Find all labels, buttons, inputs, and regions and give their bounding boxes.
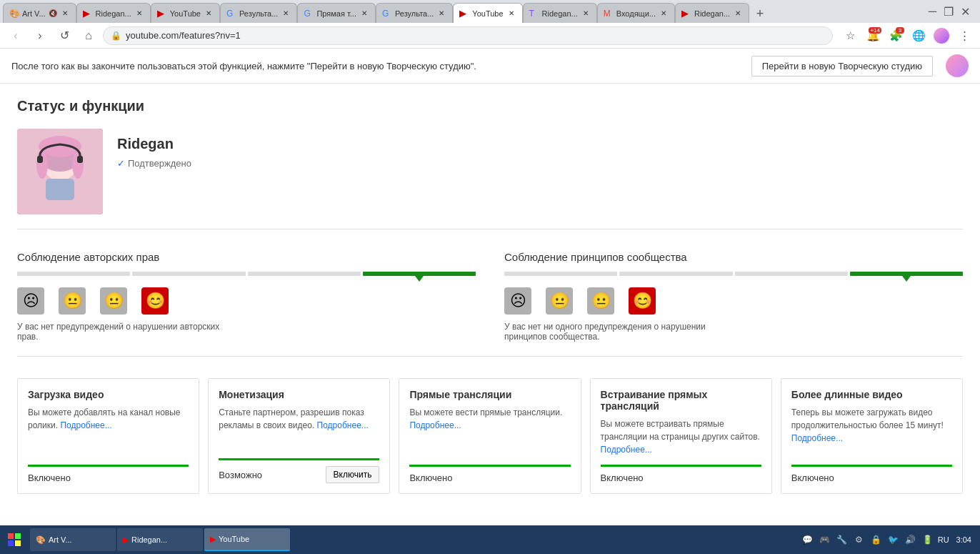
verified-label: Подтверждено — [128, 158, 191, 169]
copyright-section: Соблюдение авторских прав ☹ 😐 � — [17, 251, 476, 342]
channel-name: Ridegan — [117, 136, 191, 152]
tab-favicon: M — [604, 9, 614, 19]
channel-profile: Ridegan ✓ Подтверждено — [17, 129, 963, 229]
svg-rect-6 — [46, 179, 74, 200]
window-controls: ─ ❐ ✕ — [926, 2, 973, 21]
forward-button[interactable]: › — [30, 26, 50, 46]
tab-close[interactable]: ✕ — [436, 9, 446, 19]
tab-title: YouTube — [472, 9, 503, 18]
tab-tab4[interactable]: G Результа... ✕ — [220, 3, 297, 23]
comm-prog-seg-2 — [619, 272, 732, 276]
tab-tab8[interactable]: T Ridegan... ✕ — [523, 3, 597, 23]
tab-close[interactable]: ✕ — [359, 9, 369, 19]
new-studio-button[interactable]: Перейти в новую Творческую студию — [751, 56, 933, 76]
tab-tab2[interactable]: ▶ Ridegan... ✕ — [76, 3, 151, 23]
card-desc-card1: Вы можете добавлять на канал новые ролик… — [28, 406, 189, 456]
info-bar-text: После того как вы закончите пользоваться… — [11, 61, 476, 71]
community-smiles: ☹ 😐 😐 😊 — [504, 287, 963, 315]
tab-title: Прямая т... — [316, 9, 356, 18]
card-status-card5: Включено — [791, 473, 834, 483]
add-tab-button[interactable]: + — [751, 4, 769, 23]
tab-favicon: ▶ — [459, 9, 469, 19]
enable-button-card2[interactable]: Включить — [326, 466, 380, 483]
comm-smile-3: 😐 — [587, 287, 614, 315]
tab-title: Ridegan... — [542, 9, 578, 18]
tab-close[interactable]: ✕ — [659, 9, 669, 19]
tabs-bar: 🎨 Art V... 🔇 ✕ ▶ Ridegan... ✕ ▶ YouTube … — [3, 0, 926, 23]
tab-close[interactable]: ✕ — [204, 9, 214, 19]
prog-seg-1 — [17, 272, 130, 276]
bookmark-button[interactable]: ☆ — [840, 26, 860, 46]
tab-close[interactable]: ✕ — [134, 9, 144, 19]
translate-button[interactable]: 🌐 — [909, 26, 929, 46]
tab-favicon: ▶ — [83, 9, 93, 19]
notifications-button[interactable]: 🔔 +14 — [863, 26, 883, 46]
card-footer-card2: Возможно Включить — [219, 458, 379, 483]
copyright-progress-bar — [17, 272, 476, 276]
tab-close[interactable]: ✕ — [733, 9, 743, 19]
main-content: Статус и функции — [0, 84, 980, 525]
tab-tab3[interactable]: ▶ YouTube ✕ — [151, 3, 220, 23]
card-link-card1[interactable]: Подробнее... — [60, 420, 111, 430]
user-avatar — [946, 54, 969, 77]
home-button[interactable]: ⌂ — [79, 26, 99, 46]
card-title-card4: Встраивание прямых трансляций — [601, 389, 761, 412]
profile-button[interactable] — [931, 26, 951, 46]
card-link-card2[interactable]: Подробнее... — [317, 420, 369, 430]
feature-card-card5: Более длинные видео Теперь вы можете заг… — [781, 378, 963, 494]
verified-badge: ✓ Подтверждено — [117, 158, 191, 169]
tab-favicon: G — [382, 9, 392, 19]
card-title-card1: Загрузка видео — [28, 389, 189, 400]
tab-title: Ridegan... — [96, 9, 131, 18]
svg-point-4 — [36, 150, 48, 179]
tab-tab10[interactable]: ▶ Ridegan... ✕ — [675, 3, 749, 23]
copyright-title: Соблюдение авторских прав — [17, 251, 476, 263]
channel-info: Ridegan ✓ Подтверждено — [117, 129, 191, 169]
menu-button[interactable]: ⋮ — [954, 26, 974, 46]
check-icon: ✓ — [117, 158, 125, 169]
card-desc-card5: Теперь вы можете загружать видео продолж… — [791, 406, 952, 456]
svg-rect-8 — [77, 156, 83, 163]
smile-3: 😐 — [100, 287, 127, 315]
back-button[interactable]: ‹ — [6, 26, 26, 46]
tab-title: Art V... — [22, 9, 46, 18]
feature-cards: Загрузка видео Вы можете добавлять на ка… — [17, 378, 963, 494]
smile-4: 😊 — [141, 287, 169, 315]
tab-favicon: ▶ — [157, 9, 167, 19]
tab-tab6[interactable]: G Результа... ✕ — [376, 3, 453, 23]
comm-prog-seg-4 — [850, 272, 963, 276]
address-bar[interactable]: 🔒 youtube.com/features?nv=1 — [103, 26, 833, 45]
prog-seg-3 — [248, 272, 361, 276]
card-desc-card4: Вы можете встраивать прямые трансляции н… — [601, 417, 761, 456]
tab-tab9[interactable]: M Входящи... ✕ — [597, 3, 675, 23]
channel-avatar — [17, 129, 103, 214]
tab-favicon: ▶ — [681, 9, 691, 19]
tab-close[interactable]: ✕ — [281, 9, 291, 19]
reload-button[interactable]: ↺ — [54, 26, 74, 46]
card-link-card3[interactable]: Подробнее... — [409, 420, 461, 430]
card-footer-card1: Включено — [28, 465, 189, 483]
tab-favicon: G — [304, 9, 314, 19]
copyright-smiles: ☹ 😐 😐 😊 — [17, 287, 476, 315]
card-desc-card2: Станьте партнером, разрешив показ реклам… — [219, 406, 379, 450]
comm-smile-1: ☹ — [504, 287, 531, 315]
tab-tab1[interactable]: 🎨 Art V... 🔇 ✕ — [3, 3, 76, 23]
feature-card-card1: Загрузка видео Вы можете добавлять на ка… — [17, 378, 199, 494]
ext-badge: 3 — [896, 27, 904, 34]
card-link-card5[interactable]: Подробнее... — [791, 433, 843, 443]
card-status-card2: Возможно — [219, 470, 262, 480]
nav-icons: ☆ 🔔 +14 🧩 3 🌐 ⋮ — [840, 26, 974, 46]
card-link-card4[interactable]: Подробнее... — [601, 445, 652, 455]
tab-close[interactable]: ✕ — [581, 9, 591, 19]
extensions-button[interactable]: 🧩 3 — [886, 26, 906, 46]
tab-close[interactable]: ✕ — [60, 9, 70, 19]
tab-close[interactable]: ✕ — [506, 9, 516, 19]
tab-tab7[interactable]: ▶ YouTube ✕ — [453, 3, 522, 23]
status-sections: Соблюдение авторских прав ☹ 😐 � — [17, 251, 963, 357]
tab-tab5[interactable]: G Прямая т... ✕ — [297, 3, 376, 23]
address-text: youtube.com/features?nv=1 — [126, 30, 825, 41]
page-title: Статус и функции — [17, 98, 963, 114]
smile-2: 😐 — [59, 287, 86, 315]
community-progress-bar — [504, 272, 963, 276]
tab-title: Результа... — [395, 9, 434, 18]
